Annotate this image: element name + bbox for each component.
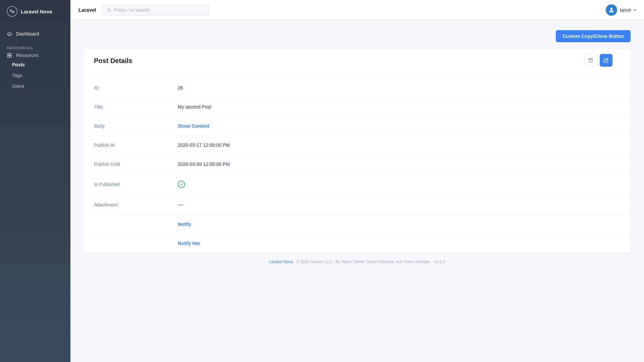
svg-rect-3 (7, 56, 9, 57)
field-notify: Notify (84, 215, 631, 234)
sidebar-item-users[interactable]: Users (0, 81, 70, 92)
field-is-published-label: Is Published (84, 175, 171, 194)
svg-rect-4 (10, 56, 11, 57)
sidebar-item-dashboard-label: Dashboard (16, 31, 39, 37)
field-id: ID 28 (84, 78, 631, 97)
sidebar-logo[interactable]: Laravel Nova (0, 0, 70, 23)
footer: Laravel Nova · © 2020 Laravel LLC - By T… (84, 253, 631, 271)
card-actions (584, 54, 621, 67)
delete-button[interactable] (584, 54, 597, 67)
edit-button[interactable] (600, 54, 612, 67)
chevron-down-icon: ▾ (634, 8, 636, 12)
search-bar[interactable]: Press / to search (102, 4, 209, 16)
sidebar-item-tags[interactable]: Tags (0, 70, 70, 81)
app-name: Laravel Nova (21, 9, 52, 14)
post-details-card: Post Details (84, 49, 631, 253)
field-publish-until-value: 2020-03-09 12:00:00 PM (171, 155, 631, 174)
clone-button-container: Custom Copy\Clone Button (84, 30, 631, 42)
field-title: Title My second Post (84, 97, 631, 116)
footer-separator: · (294, 259, 296, 264)
field-id-value: 28 (171, 78, 631, 97)
breadcrumb: Laravel (78, 7, 96, 13)
field-notify-label (84, 218, 171, 231)
field-id-label: ID (84, 78, 171, 97)
sidebar-item-posts[interactable]: Posts (0, 59, 70, 70)
resources-icon (7, 53, 12, 58)
home-icon (7, 31, 12, 37)
field-body-value[interactable]: Show Content (171, 117, 631, 135)
post-details-header: Post Details (84, 49, 631, 78)
card-title: Post Details (84, 49, 142, 71)
field-notify-her-value[interactable]: Notify Her (171, 234, 631, 253)
sidebar: Laravel Nova Dashboard Resources Resourc… (0, 0, 70, 362)
field-publish-at-value: 2020-03-17 12:00:00 PM (171, 136, 631, 155)
sidebar-item-dashboard[interactable]: Dashboard (0, 27, 70, 41)
field-body: Body Show Content (84, 116, 631, 135)
footer-brand-link[interactable]: Laravel Nova (269, 259, 293, 264)
field-publish-until: Publish Until 2020-03-09 12:00:00 PM (84, 155, 631, 174)
search-placeholder: Press / to search (114, 7, 150, 13)
field-notify-her: Notify Her (84, 234, 631, 253)
user-avatar (606, 4, 617, 16)
checkmark-icon (179, 182, 183, 186)
user-menu[interactable]: tanvir ▾ (606, 4, 636, 16)
field-body-label: Body (84, 117, 171, 135)
field-notify-her-label (84, 237, 171, 250)
published-check-icon (178, 181, 185, 188)
resources-section-label: Resources (0, 41, 70, 51)
delete-icon (588, 58, 593, 63)
clone-button[interactable]: Custom Copy\Clone Button (556, 30, 631, 42)
svg-point-6 (610, 8, 612, 10)
field-attachment-value: — (171, 195, 631, 215)
svg-rect-2 (10, 53, 11, 55)
field-notify-value[interactable]: Notify (171, 215, 631, 234)
page-content: Custom Copy\Clone Button Post Details (70, 20, 644, 362)
topbar: Laravel Press / to search tanvir ▾ (70, 0, 644, 20)
field-publish-until-label: Publish Until (84, 155, 171, 174)
main-content: Laravel Press / to search tanvir ▾ Custo… (70, 0, 644, 362)
field-is-published-value (171, 174, 631, 195)
footer-version: v3.1.0 (434, 259, 445, 264)
field-title-value: My second Post (171, 98, 631, 116)
user-name: tanvir (620, 7, 631, 13)
search-icon (107, 7, 112, 12)
footer-copy: © 2020 Laravel LLC - By Taylor Otwell, D… (296, 259, 431, 264)
edit-icon (603, 58, 609, 63)
field-attachment-label: Attachment (84, 195, 171, 214)
field-publish-at: Publish At 2020-03-17 12:00:00 PM (84, 135, 631, 155)
field-attachment: Attachment — (84, 195, 631, 215)
svg-rect-1 (7, 53, 9, 55)
field-publish-at-label: Publish At (84, 136, 171, 155)
user-avatar-icon (608, 7, 615, 13)
resources-label: Resources (16, 53, 39, 58)
sidebar-nav: Dashboard Resources Resources Posts Tags… (0, 23, 70, 362)
sidebar-resources-group: Resources (0, 51, 70, 59)
field-title-label: Title (84, 98, 171, 116)
field-is-published: Is Published (84, 174, 631, 195)
